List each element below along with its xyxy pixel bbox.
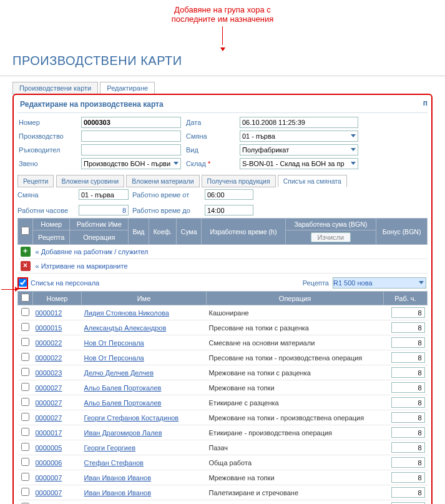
row-name[interactable]: Иван Иванов Иванов [82,485,207,500]
row-checkbox[interactable] [21,353,29,361]
row-checkbox[interactable] [21,323,29,331]
row-hours-field[interactable] [391,472,425,483]
row-number[interactable]: 0000012 [33,305,82,320]
row-hours-field[interactable] [391,487,425,498]
date-field[interactable] [240,117,358,128]
help-icon[interactable]: п [423,99,428,107]
table-row: 0000008Михаела МихайловаИзчистване [18,500,428,505]
worktime-to-field[interactable] [205,205,253,215]
check-all-workers[interactable] [21,227,29,235]
row-hours-field[interactable] [391,352,425,363]
row-checkbox[interactable] [21,413,29,421]
row-number[interactable]: 0000027 [33,410,82,425]
number-field[interactable] [81,117,181,128]
row-hours-field[interactable] [391,412,425,423]
table-row: 0000027Альо Балев ПортокалевМрежоване на… [18,380,428,395]
row-name[interactable]: Георги Георгиев [82,440,207,455]
personnel-grid: Номер Име Операция Раб. ч. 0000012Лидия … [17,291,428,504]
row-operation: Обща работа [207,455,384,470]
row-operation: Етикиране с разценка [207,395,384,410]
subtab-raw[interactable]: Вложени суровини [56,175,125,187]
row-hours-field[interactable] [391,457,425,468]
row-checkbox[interactable] [21,383,29,391]
row-number[interactable]: 0000027 [33,380,82,395]
production-field[interactable] [81,131,181,142]
table-row: 0000022Нов От ПерсоналаСмесване на основ… [18,335,428,350]
row-checkbox[interactable] [21,458,29,466]
row-number[interactable]: 0000008 [33,500,82,505]
row-checkbox[interactable] [21,473,29,481]
manager-field[interactable] [81,144,181,156]
label-workhours: Работни часове [17,207,75,214]
add-worker-row: + « Добавяне на работник / служител [18,245,428,259]
row-hours-field[interactable] [391,337,425,348]
row-checkbox[interactable] [21,428,29,436]
kind-select[interactable]: Полуфабрикат [240,144,358,156]
shift2-field[interactable] [79,189,129,200]
add-worker-link[interactable]: « Добавяне на работник / служител [36,248,149,255]
row-checkbox[interactable] [21,488,29,496]
row-number[interactable]: 0000005 [33,440,82,455]
tab-production-cards[interactable]: Производствени карти [12,82,98,94]
row-hours-field[interactable] [391,442,425,453]
row-hours-field[interactable] [391,397,425,408]
table-row: 0000005Георги ГеоргиевПазач [18,440,428,455]
delete-workers-link[interactable]: « Изтриване на маркираните [36,262,128,270]
table-row: 0000012Лидия Стоянова НиколоваКашониране [18,305,428,320]
col-check-all [18,219,33,245]
subtab-recipes[interactable]: Рецепти [17,175,54,187]
row-name[interactable]: Иван Иванов Иванов [82,470,207,485]
table-row: 0000007Иван Иванов ИвановМрежоване на то… [18,470,428,485]
row-number[interactable]: 0000017 [33,425,82,440]
subtab-products[interactable]: Получена продукция [202,175,276,187]
subtab-materials[interactable]: Вложени материали [126,175,199,187]
row-name[interactable]: Александър Александров [82,320,207,335]
row-hours-field[interactable] [391,322,425,333]
row-number[interactable]: 0000015 [33,320,82,335]
row-checkbox[interactable] [21,398,29,406]
row-name[interactable]: Георги Стефанов Костадинов [82,410,207,425]
label-unit: Звено [19,160,76,167]
worktime-from-field[interactable] [205,189,253,200]
row-hours-field[interactable] [391,367,425,378]
subtab-shift-list[interactable]: Списък на смяната [278,175,347,187]
row-checkbox[interactable] [21,368,29,376]
row-name[interactable]: Лидия Стоянова Николова [82,305,207,320]
row-name[interactable]: Делчо Делчев Делчев [82,365,207,380]
row-number[interactable]: 0000022 [33,335,82,350]
row-number[interactable]: 0000022 [33,350,82,365]
row-number[interactable]: 0000023 [33,365,82,380]
workhours-field[interactable] [79,205,129,215]
row-checkbox[interactable] [21,443,29,451]
row-number[interactable]: 0000006 [33,455,82,470]
row-name[interactable]: Михаела Михайлова [82,500,207,505]
row-hours-field[interactable] [391,307,425,318]
col-earned: Заработена сума (BGN) [285,219,376,230]
row-number[interactable]: 0000027 [33,395,82,410]
row-number[interactable]: 0000007 [33,485,82,500]
row-name[interactable]: Альо Балев Портокалев [82,395,207,410]
store-select[interactable]: S-BON-01 - Склад на БОН за пр [240,158,358,169]
row-hours-field[interactable] [391,427,425,438]
row-operation: Смесване на основни материали [207,335,384,350]
x-icon[interactable]: × [21,261,31,271]
plus-icon[interactable]: + [21,247,31,257]
row-checkbox[interactable] [21,338,29,346]
row-number[interactable]: 0000007 [33,470,82,485]
row-checkbox[interactable] [21,308,29,316]
row-operation: Кашониране [207,305,384,320]
row-hours-field[interactable] [391,382,425,393]
table-row: 0000023Делчо Делчев ДелчевМрежоване на т… [18,365,428,380]
row-name[interactable]: Иван Драгомиров Лалев [82,425,207,440]
recipe-select[interactable]: R1 500 нова [333,277,426,289]
row-name[interactable]: Нов От Персонала [82,350,207,365]
unit-select[interactable]: Производство БОН - първи це [81,158,181,169]
row-name[interactable]: Нов От Персонала [82,335,207,350]
check-all-personnel[interactable] [21,294,29,302]
row-name[interactable]: Альо Балев Портокалев [82,380,207,395]
shift-select[interactable]: 01 - първа [240,131,358,142]
label-worktime-to: Работно време до [132,207,201,214]
row-name[interactable]: Стефан Стефанов [82,455,207,470]
calc-button[interactable]: Изчисли [311,232,351,242]
tab-edit[interactable]: Редактиране [100,82,155,94]
